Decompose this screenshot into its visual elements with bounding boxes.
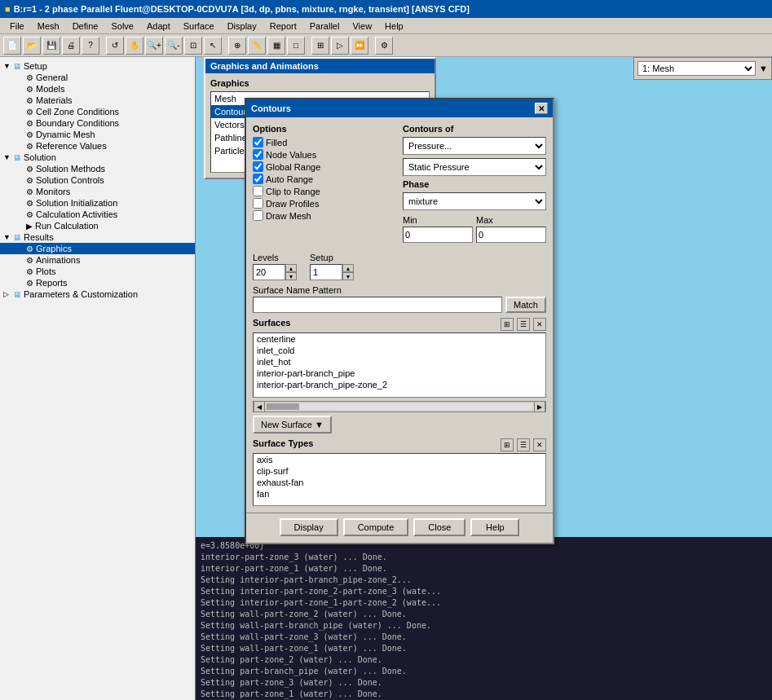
surface-type-clip-surf[interactable]: clip-surf — [254, 465, 545, 477]
surface-name-pattern-input[interactable] — [253, 297, 502, 313]
sidebar-item-solution[interactable]: ▼ 🖥 Solution — [0, 152, 195, 163]
sidebar-item-setup[interactable]: ▼ 🖥 Setup — [0, 60, 195, 72]
contours-of-dropdown1[interactable]: Pressure... — [403, 137, 546, 155]
surface-inlet-hot[interactable]: inlet_hot — [254, 356, 545, 368]
mesh-viewer-dropdown[interactable]: 1: Mesh — [637, 61, 756, 76]
contours-of-dropdown2[interactable]: Static Pressure — [403, 158, 546, 176]
surfaces-icon-btn-2[interactable]: ☰ — [517, 318, 530, 331]
sidebar-item-dynamic-mesh[interactable]: ⚙ Dynamic Mesh — [0, 129, 195, 140]
surface-type-fan[interactable]: fan — [254, 488, 545, 500]
surfaces-icon-btn-3[interactable]: ✕ — [533, 318, 546, 331]
sidebar-item-general[interactable]: ⚙ General — [0, 72, 195, 83]
toolbar-new[interactable]: 📄 — [3, 37, 21, 55]
surface-types-icon-btn-3[interactable]: ✕ — [533, 438, 546, 451]
toolbar-save[interactable]: 💾 — [42, 37, 60, 55]
menu-define[interactable]: Define — [66, 20, 105, 33]
help-button[interactable]: Help — [470, 518, 519, 536]
sidebar-item-results[interactable]: ▼ 🖥 Results — [0, 231, 195, 243]
menu-report[interactable]: Report — [263, 20, 303, 33]
menu-adapt[interactable]: Adapt — [140, 20, 177, 33]
levels-up-btn[interactable]: ▲ — [285, 264, 297, 272]
min-input[interactable] — [403, 227, 473, 243]
surfaces-list[interactable]: centerline inlet_cold inlet_hot interior… — [253, 332, 546, 398]
setup-input[interactable] — [310, 264, 342, 280]
sidebar-item-initialization[interactable]: ⚙ Solution Initialization — [0, 197, 195, 209]
toolbar-cursor[interactable]: ↖ — [204, 37, 222, 55]
menu-parallel[interactable]: Parallel — [303, 20, 346, 33]
levels-down-btn[interactable]: ▼ — [285, 272, 297, 280]
menu-view[interactable]: View — [346, 20, 378, 33]
toolbar-rotate[interactable]: ↺ — [106, 37, 124, 55]
sidebar-results-label: Results — [24, 232, 54, 242]
surface-interior-branch-pipe-zone2[interactable]: interior-part-branch_pipe-zone_2 — [254, 379, 545, 390]
sidebar-item-activities[interactable]: ⚙ Calculation Activities — [0, 209, 195, 220]
sidebar-item-models[interactable]: ⚙ Models — [0, 83, 195, 95]
node-values-checkbox[interactable] — [253, 149, 263, 160]
sidebar-item-boundary[interactable]: ⚙ Boundary Conditions — [0, 117, 195, 129]
display-button[interactable]: Display — [280, 518, 338, 536]
sidebar-item-parameters[interactable]: ▷ 🖥 Parameters & Customization — [0, 288, 195, 300]
clip-to-range-checkbox[interactable] — [253, 186, 263, 196]
toolbar-animate[interactable]: ⏩ — [351, 37, 368, 55]
toolbar-fit[interactable]: ⊡ — [184, 37, 202, 55]
sidebar-item-reference[interactable]: ⚙ Reference Values — [0, 140, 195, 152]
setup-down-btn[interactable]: ▼ — [342, 272, 354, 280]
toolbar-settings[interactable]: ⚙ — [375, 37, 393, 55]
surface-interior-branch-pipe[interactable]: interior-part-branch_pipe — [254, 368, 545, 379]
menu-mesh[interactable]: Mesh — [31, 20, 66, 33]
toolbar-render[interactable]: ▷ — [331, 37, 349, 55]
toolbar-help[interactable]: ? — [82, 37, 99, 55]
toolbar-open[interactable]: 📂 — [23, 37, 41, 55]
sidebar-item-cell-zone[interactable]: ⚙ Cell Zone Conditions — [0, 106, 195, 117]
toolbar-zoom-out[interactable]: 🔍- — [165, 37, 183, 55]
sidebar-item-controls[interactable]: ⚙ Solution Controls — [0, 174, 195, 186]
filled-checkbox[interactable] — [253, 137, 263, 147]
hscroll-right-btn[interactable]: ▶ — [534, 401, 545, 412]
setup-up-btn[interactable]: ▲ — [342, 264, 354, 272]
surface-types-list[interactable]: axis clip-surf exhaust-fan fan — [253, 453, 546, 506]
auto-range-checkbox[interactable] — [253, 174, 263, 184]
toolbar-pan[interactable]: ✋ — [126, 37, 143, 55]
surface-type-axis[interactable]: axis — [254, 454, 545, 465]
sidebar-item-materials[interactable]: ⚙ Materials — [0, 95, 195, 106]
toolbar-box-select[interactable]: □ — [287, 37, 305, 55]
close-button[interactable]: Close — [413, 518, 465, 536]
levels-input[interactable] — [253, 264, 285, 280]
menu-bar: File Mesh Define Solve Adapt Surface Dis… — [0, 18, 772, 34]
global-range-checkbox[interactable] — [253, 161, 263, 172]
toolbar-zoom-in[interactable]: 🔍+ — [145, 37, 163, 55]
toolbar-ruler[interactable]: 📏 — [248, 37, 266, 55]
menu-help[interactable]: Help — [378, 20, 410, 33]
surfaces-icon-btn-1[interactable]: ⊞ — [501, 318, 514, 331]
draw-mesh-checkbox[interactable] — [253, 210, 263, 221]
surface-types-icon-btn-1[interactable]: ⊞ — [501, 438, 514, 451]
menu-file[interactable]: File — [3, 20, 31, 33]
surface-centerline[interactable]: centerline — [254, 333, 545, 345]
surface-types-icon-btn-2[interactable]: ☰ — [517, 438, 530, 451]
toolbar-probe[interactable]: ⊕ — [228, 37, 246, 55]
max-input[interactable] — [476, 227, 546, 243]
sidebar-item-monitors[interactable]: ⚙ Monitors — [0, 186, 195, 197]
sidebar-item-run[interactable]: ▶ Run Calculation — [0, 220, 195, 231]
toolbar-mesh[interactable]: ⊞ — [311, 37, 329, 55]
contours-close-btn[interactable]: ✕ — [535, 103, 548, 114]
sidebar-item-animations[interactable]: ⚙ Animations — [0, 254, 195, 266]
menu-solve[interactable]: Solve — [104, 20, 140, 33]
menu-display[interactable]: Display — [221, 20, 263, 33]
surface-type-exhaust-fan[interactable]: exhaust-fan — [254, 477, 545, 488]
draw-profiles-checkbox[interactable] — [253, 198, 263, 209]
phase-dropdown[interactable]: mixture — [403, 192, 546, 210]
sidebar-item-graphics[interactable]: ⚙ Graphics — [0, 243, 195, 254]
surface-inlet-cold[interactable]: inlet_cold — [254, 345, 545, 356]
toolbar-select[interactable]: ▦ — [267, 37, 285, 55]
menu-surface[interactable]: Surface — [177, 20, 221, 33]
match-button[interactable]: Match — [505, 297, 546, 313]
surfaces-hscroll[interactable]: ◀ ▶ — [253, 401, 546, 412]
sidebar-item-methods[interactable]: ⚙ Solution Methods — [0, 163, 195, 174]
sidebar-item-plots[interactable]: ⚙ Plots — [0, 266, 195, 277]
compute-button[interactable]: Compute — [343, 518, 409, 536]
hscroll-left-btn[interactable]: ◀ — [254, 401, 265, 412]
toolbar-print[interactable]: 🖨 — [62, 37, 80, 55]
sidebar-item-reports[interactable]: ⚙ Reports — [0, 277, 195, 288]
new-surface-button[interactable]: New Surface ▼ — [253, 416, 332, 434]
